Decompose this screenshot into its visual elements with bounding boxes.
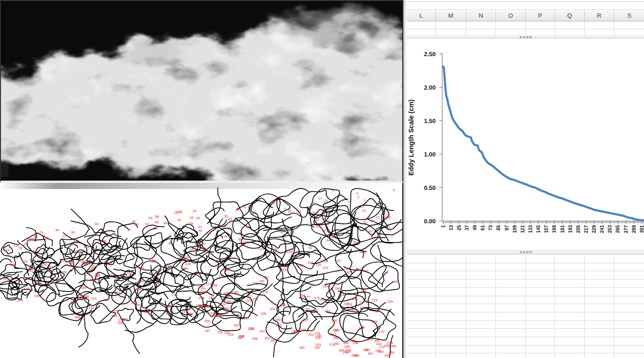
eddy-label: 209 — [387, 299, 393, 304]
column-gridline — [466, 22, 466, 36]
eddy-label: 68 — [34, 234, 38, 239]
eddy-label: 11 — [283, 207, 287, 211]
column-headers: LMNOPQRS — [407, 10, 644, 21]
eddy-label: 305 — [389, 351, 394, 355]
x-tick-label: 97 — [504, 225, 509, 231]
eddy-label: 4 — [356, 191, 358, 195]
chart-resize-handle-bottom[interactable] — [520, 251, 531, 253]
eddy-label: 118 — [14, 243, 19, 247]
y-axis-title: Eddy Length Scale (cm) — [407, 99, 415, 176]
column-header-P[interactable]: P — [526, 10, 555, 21]
spreadsheet: LMNOPQRS 0.000.501.001.502.002.50Eddy Le… — [407, 0, 644, 358]
eddy-label: 100 — [200, 241, 206, 246]
eddy-label: 149 — [111, 273, 116, 277]
eddy-label: 204 — [135, 287, 141, 291]
eddy-label: 184 — [199, 296, 204, 300]
eddy-label: 109 — [359, 250, 365, 254]
eddy-contour-map-image: 1234567891011121314151617181920212223242… — [0, 183, 403, 358]
eddy-label: 158 — [345, 267, 351, 271]
eddy-label: 166 — [23, 276, 28, 280]
cells-above-chart[interactable] — [407, 22, 644, 36]
eddy-label: 2 — [357, 195, 359, 199]
eddy-label: 179 — [304, 295, 310, 299]
eddy-label: 66 — [227, 227, 231, 231]
eddy-label: 73 — [23, 242, 27, 247]
eddy-label: 210 — [246, 294, 251, 298]
cells-below-chart[interactable] — [407, 254, 644, 358]
eddy-label: 98 — [196, 243, 200, 247]
eddy-label: 191 — [103, 298, 109, 302]
column-header-R[interactable]: R — [585, 10, 614, 21]
plume-photo-render — [1, 1, 402, 181]
column-header-N[interactable]: N — [466, 10, 496, 21]
eddy-label: 242 — [259, 329, 265, 333]
eddy-label: 93 — [89, 234, 92, 238]
eddy-label: 151 — [219, 274, 225, 279]
eddy-label: 188 — [279, 303, 285, 307]
eddy-label: 89 — [371, 236, 375, 240]
eddy-label: 280 — [343, 341, 349, 345]
eddy-label: 134 — [80, 259, 86, 263]
x-tick-label: 301 — [639, 225, 644, 233]
column-header-M[interactable]: M — [436, 10, 466, 21]
eddy-label: 61 — [178, 218, 181, 222]
eddy-label: 46 — [132, 220, 135, 224]
eddy-label: 45 — [164, 221, 167, 225]
x-tick-label: 121 — [520, 225, 525, 233]
eddy-label: 106 — [101, 239, 106, 243]
eddy-label: 245 — [359, 325, 365, 330]
eddy-label: 252 — [218, 330, 223, 334]
eddy-label: 126 — [84, 271, 90, 275]
eddy-label: 94 — [326, 238, 330, 242]
eddy-label: 87 — [290, 230, 294, 234]
column-gridline — [525, 255, 526, 358]
eddy-label: 300 — [264, 336, 270, 340]
eddy-label: 249 — [275, 318, 281, 322]
eddy-label: 266 — [333, 328, 338, 332]
column-header-O[interactable]: O — [496, 10, 526, 21]
eddy-label: 241 — [325, 309, 330, 313]
eddy-label: 42 — [199, 228, 202, 233]
chart-resize-handle-top[interactable] — [520, 36, 531, 38]
eddy-label: 215 — [339, 293, 344, 297]
eddy-label: 135 — [28, 268, 33, 273]
eddy-length-chart[interactable]: 0.000.501.001.502.002.50Eddy Length Scal… — [407, 39, 644, 250]
column-header-S[interactable]: S — [614, 10, 644, 21]
chart-plot: 0.000.501.001.502.002.50Eddy Length Scal… — [407, 39, 644, 250]
eddy-label: 206 — [261, 312, 266, 316]
eddy-label: 260 — [332, 319, 337, 323]
eddy-label: 167 — [363, 269, 369, 273]
eddy-label: 261 — [123, 317, 129, 321]
eddy-label: 48 — [363, 227, 367, 231]
eddy-label: 178 — [198, 285, 204, 289]
eddy-label: 146 — [392, 280, 398, 284]
eddy-label: 77 — [62, 234, 66, 239]
eddy-label: 58 — [155, 215, 159, 219]
eddy-label: 297 — [346, 350, 352, 354]
column-header-Q[interactable]: Q — [555, 10, 585, 21]
eddy-label: 296 — [252, 337, 258, 341]
eddy-label: 20 — [319, 213, 323, 217]
eddy-label: 91 — [76, 249, 79, 254]
column-gridline — [584, 22, 585, 36]
eddy-label: 26 — [196, 216, 200, 220]
column-gridline — [525, 22, 526, 36]
eddy-label: 54 — [322, 228, 326, 233]
eddy-label: 133 — [226, 254, 232, 258]
eddy-label: 157 — [282, 267, 288, 272]
eddy-label: 111 — [189, 248, 194, 252]
eddy-label: 83 — [28, 237, 32, 241]
eddy-label: 248 — [165, 311, 170, 315]
eddy-label: 180 — [335, 286, 341, 291]
eddy-label: 303 — [376, 342, 382, 346]
column-header-L[interactable]: L — [407, 10, 436, 21]
plume-photo-image — [0, 0, 403, 183]
eddy-label: 302 — [299, 345, 305, 350]
eddy-label: 55 — [387, 227, 391, 231]
eddy-label: 199 — [347, 302, 352, 306]
eddy-label: 155 — [138, 266, 144, 270]
eddy-label: 23 — [360, 204, 364, 208]
eddy-label: 262 — [117, 321, 123, 325]
contour-drawing: 1234567891011121314151617181920212223242… — [0, 188, 402, 358]
svg-text:1.50: 1.50 — [424, 117, 436, 124]
